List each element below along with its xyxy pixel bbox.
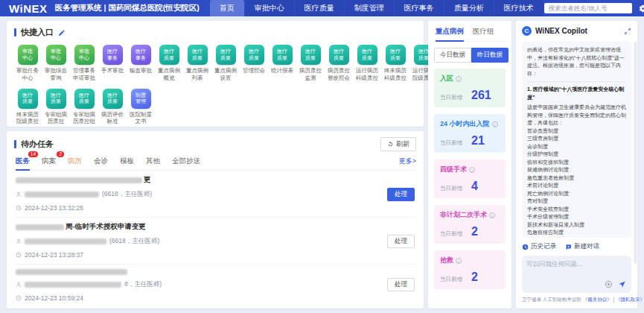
- history-button[interactable]: 历史记录: [522, 242, 556, 251]
- stat-card-24h-inout[interactable]: 24 小时内出入院i 当日新增21: [434, 114, 506, 153]
- tile-key-case-setting[interactable]: 医疗质量重点病例设置: [212, 45, 239, 82]
- todo-panel: 待办任务 刷新 医务14 病案2 病历 会诊 模板 其他 全部抄送 更多> 更: [7, 131, 424, 309]
- todo-tab-consultation[interactable]: 会诊: [94, 156, 108, 166]
- top-bar: WiNEX 医务管理系统 | 国药同煤总医院(恒安院区) 首页 审批中心 医疗质…: [0, 0, 644, 16]
- gear-icon[interactable]: [639, 4, 644, 13]
- refresh-button[interactable]: 刷新: [380, 137, 416, 151]
- copilot-logo-icon: C: [522, 26, 532, 36]
- task-time: 2024-12-23 13:28:37: [25, 251, 83, 259]
- tile-record-qc-rectify[interactable]: 医疗质量病历质控整改照会: [325, 45, 352, 82]
- medical-quality-icon: 医疗质量: [74, 89, 95, 109]
- service-agreement-link[interactable]: 《服务协议》: [583, 297, 612, 302]
- more-link[interactable]: 更多>: [399, 156, 416, 166]
- stat-card-unplanned-reoperation[interactable]: 非计划二次手术i 当日新增2: [434, 205, 506, 244]
- tile-key-case-list[interactable]: 医疗质量重点病例列表: [184, 45, 211, 82]
- todo-tab-medical-archive[interactable]: 病案2: [42, 156, 56, 166]
- scrollbar[interactable]: [634, 42, 637, 264]
- nav-tab-medical-tech[interactable]: 医疗技术: [494, 0, 543, 16]
- patient-search-input[interactable]: [544, 3, 632, 13]
- nav-tab-quality-analysis[interactable]: 质量分析: [444, 0, 494, 16]
- tile-hospital-regulation-doc[interactable]: 制度管理医院制度文书: [127, 89, 154, 126]
- tile-surgery-approval[interactable]: 医疗事务手术审批: [99, 45, 126, 82]
- nav-tab-approval-center[interactable]: 审批中心: [245, 0, 294, 16]
- medical-quality-icon: 医疗质量: [272, 45, 293, 65]
- stats-tab-medical-group[interactable]: 医疗组: [473, 27, 494, 37]
- task-item: 更 (6618，主任医师) 处理 2024-12-23 13:32:26: [14, 171, 416, 218]
- copilot-input-box: [522, 256, 631, 293]
- tile-approval-query[interactable]: 审批中心审批综合查询: [42, 45, 69, 82]
- todo-tab-other[interactable]: 其他: [146, 156, 160, 166]
- yesterday-data-button[interactable]: 昨日数据: [471, 48, 508, 63]
- person-icon: [16, 282, 22, 288]
- stats-panel: 重点病例 医疗组 今日数据 昨日数据 入区i 当日新增261 24 小时内出入院…: [428, 21, 511, 309]
- todo-tab-template[interactable]: 模板: [120, 156, 134, 166]
- copilot-question-input[interactable]: [526, 260, 627, 281]
- divider: [527, 81, 626, 82]
- date-toggle: 今日数据 昨日数据: [434, 48, 506, 63]
- medical-quality-icon: 医疗质量: [188, 45, 208, 65]
- stat-card-level4-surgery[interactable]: 四级手术i 当日新增4: [434, 159, 506, 198]
- tile-key-case-overview[interactable]: 医疗质量重点病例概览: [156, 45, 182, 82]
- redacted-text: [16, 269, 127, 275]
- handle-button[interactable]: 处理: [387, 278, 415, 291]
- todo-tabs: 医务14 病案2 病历 会诊 模板 其他 全部抄送 更多>: [14, 151, 416, 171]
- today-data-button[interactable]: 今日数据: [434, 48, 471, 63]
- approval-center-icon: 审批中心: [18, 45, 38, 65]
- stat-value: 2: [471, 271, 478, 284]
- info-icon: i: [456, 76, 462, 82]
- tile-expert-record-qc-group[interactable]: 医疗质量专家组病历质控组: [71, 89, 98, 126]
- copilot-section-desc: 这是中国国家卫生健康委员会为规范医疗机构管理，保障医疗质量安全而制定的核心制度，…: [527, 104, 626, 127]
- new-chat-button[interactable]: 新建对话: [565, 242, 599, 251]
- medical-quality-icon: 医疗质量: [357, 45, 377, 65]
- copilot-title: WiNEX Copilot: [535, 27, 587, 35]
- redacted-text: [16, 224, 64, 230]
- stat-card-rescue[interactable]: 抢救i 当日新增2: [434, 250, 506, 289]
- handle-button[interactable]: 处理: [387, 235, 415, 248]
- handle-button[interactable]: 处理: [387, 188, 415, 201]
- send-icon[interactable]: [618, 280, 626, 288]
- todo-tab-medical-affairs[interactable]: 医务14: [16, 156, 30, 166]
- nav-tab-medical-affairs[interactable]: 医疗事务: [395, 0, 444, 16]
- expand-icon[interactable]: [624, 28, 631, 35]
- approval-center-icon: 审批中心: [46, 45, 66, 65]
- privacy-policy-link[interactable]: 《隐私政策》: [616, 297, 644, 302]
- stats-tab-key-cases[interactable]: 重点病例: [436, 27, 464, 37]
- stat-value: 21: [471, 134, 485, 148]
- stat-value: 2: [471, 225, 478, 238]
- redacted-text: [25, 238, 106, 244]
- copilot-section-title: 1. 医疗领域的“十八项医疗质量安全核心制度”: [527, 86, 626, 101]
- task-list: 更 (6618，主任医师) 处理 2024-12-23 13:32:26 周-临…: [14, 171, 416, 303]
- system-title: 医务管理系统 | 国药同煤总医院(恒安院区): [55, 3, 200, 13]
- nav-tab-medical-quality[interactable]: 医疗质量: [295, 0, 344, 16]
- clock-icon: [16, 252, 22, 258]
- new-chat-icon: [565, 244, 572, 250]
- nav-tab-regulation[interactable]: 制度管理: [345, 0, 394, 16]
- stat-value: 4: [471, 180, 478, 193]
- tile-management-notice[interactable]: 医疗质量管理照会: [240, 45, 267, 82]
- stat-card-admissions[interactable]: 入区i 当日新增261: [434, 69, 506, 107]
- section-accent-bar: [14, 140, 16, 148]
- tile-final-record-hosp-qc[interactable]: 医疗质量终末病历院级质控: [14, 89, 41, 126]
- todo-tab-all-cc[interactable]: 全部抄送: [172, 156, 200, 166]
- info-icon: i: [456, 258, 462, 264]
- tile-affair-apply-approval[interactable]: 审批中心管理事务申请审批: [71, 45, 98, 82]
- nav-tab-home[interactable]: 首页: [210, 0, 244, 16]
- medical-quality-icon: 医疗质量: [159, 45, 179, 65]
- task-item: 周-临时手术授权申请变更 (6618，主任医师) 处理 2024-12-23 1…: [14, 218, 416, 265]
- tile-approval-task-center[interactable]: 审批中心审批任务中心: [14, 45, 41, 82]
- edit-pencil-icon[interactable]: [58, 29, 66, 37]
- todo-tab-medical-record[interactable]: 病历: [68, 156, 82, 166]
- tile-record-qc-monitor[interactable]: 医疗质量病历质控监测: [297, 45, 324, 82]
- tile-final-record-dept-qc[interactable]: 医疗质量终末病历科级质控: [382, 45, 409, 82]
- tile-transfusion-approval[interactable]: 医疗事务输血审批: [127, 45, 154, 82]
- tile-statistics-report[interactable]: 医疗质量统计报表: [269, 45, 296, 82]
- clock-icon: [16, 295, 22, 301]
- tile-running-record-dept-qc[interactable]: 医疗质量运行病历科级质控: [354, 45, 380, 82]
- voice-icon[interactable]: [605, 280, 613, 288]
- medical-quality-icon: 医疗质量: [103, 89, 123, 109]
- tile-record-eval-standard[interactable]: 医疗质量病历评价标准: [99, 89, 126, 126]
- todo-title: 待办任务: [21, 139, 54, 150]
- tile-expert-record-qc[interactable]: 医疗质量专家组病历质控: [42, 89, 69, 126]
- medical-quality-icon: 医疗质量: [216, 45, 236, 65]
- quick-entry-title: 快捷入口: [21, 27, 54, 38]
